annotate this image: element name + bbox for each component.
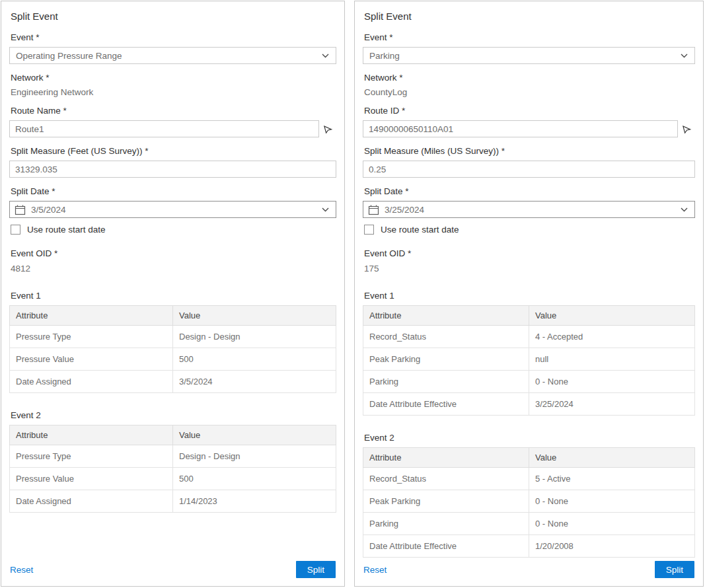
- value-cell: 1/20/2008: [529, 535, 695, 558]
- split-button[interactable]: Split: [655, 561, 694, 578]
- split-measure-input[interactable]: [363, 161, 695, 178]
- table-row: Peak Parking0 - None: [363, 490, 695, 513]
- event-label: Event *: [364, 32, 694, 42]
- attribute-cell: Peak Parking: [363, 348, 529, 371]
- reset-button[interactable]: Reset: [363, 565, 387, 575]
- value-cell: 1/14/2023: [173, 490, 336, 513]
- panel-footer: Reset Split: [10, 561, 336, 578]
- calendar-icon: [368, 204, 379, 215]
- split-date-label: Split Date *: [11, 186, 335, 196]
- attribute-cell: Date Attribute Effective: [363, 535, 529, 558]
- attribute-cell: Peak Parking: [363, 490, 529, 513]
- attribute-cell: Pressure Value: [10, 348, 173, 371]
- value-cell: 500: [173, 468, 336, 490]
- header-row: AttributeValue: [10, 306, 336, 326]
- network-value: Engineering Network: [11, 87, 335, 97]
- calendar-icon: [15, 204, 26, 215]
- table-row: Record_Status5 - Active: [363, 468, 695, 490]
- header-row: AttributeValue: [363, 306, 695, 326]
- event-2-table: AttributeValueRecord_Status5 - ActivePea…: [363, 447, 695, 558]
- table-row: Parking0 - None: [363, 513, 695, 535]
- table-row: Pressure Value500: [10, 468, 336, 490]
- header-row: AttributeValue: [363, 448, 695, 468]
- table-row: Peak Parkingnull: [363, 348, 695, 371]
- select-route-button[interactable]: [319, 120, 336, 137]
- column-header: Attribute: [10, 306, 173, 326]
- attribute-cell: Record_Status: [363, 468, 529, 490]
- event-label: Event *: [11, 32, 335, 42]
- value-cell: Design - Design: [173, 326, 336, 348]
- event-1-table: AttributeValuePressure TypeDesign - Desi…: [9, 305, 336, 393]
- table-row: Pressure TypeDesign - Design: [10, 445, 336, 468]
- event-1-caption: Event 1: [364, 291, 694, 301]
- reset-button[interactable]: Reset: [10, 565, 33, 575]
- split-measure-input[interactable]: [9, 161, 336, 178]
- split-date-picker[interactable]: 3/25/2024: [363, 201, 695, 218]
- event-select-value: Parking: [369, 51, 400, 61]
- attribute-cell: Pressure Value: [10, 468, 173, 490]
- header-row: AttributeValue: [10, 425, 336, 445]
- use-route-start-date-checkbox[interactable]: [11, 225, 20, 235]
- event-2-caption: Event 2: [11, 410, 335, 420]
- panel-footer: Reset Split: [363, 561, 694, 578]
- attribute-cell: Record_Status: [363, 326, 529, 348]
- route-row: [363, 120, 695, 137]
- network-label: Network *: [11, 73, 335, 83]
- network-value: CountyLog: [364, 87, 694, 97]
- event-oid-value: 4812: [11, 264, 335, 274]
- column-header: Value: [529, 448, 695, 468]
- value-cell: 500: [173, 348, 336, 371]
- route-input[interactable]: [363, 120, 678, 137]
- value-cell: null: [529, 348, 695, 371]
- use-route-start-date-checkbox[interactable]: [364, 225, 374, 235]
- value-cell: 0 - None: [529, 371, 695, 393]
- attribute-cell: Date Assigned: [10, 371, 173, 393]
- route-row: [9, 120, 336, 137]
- select-route-button[interactable]: [678, 120, 695, 137]
- value-cell: 0 - None: [529, 513, 695, 535]
- attribute-cell: Pressure Type: [10, 326, 173, 348]
- event-select-value: Operating Pressure Range: [16, 51, 122, 61]
- event-1-caption: Event 1: [11, 291, 335, 301]
- event-select[interactable]: Operating Pressure Range: [9, 47, 336, 64]
- panel-title: Split Event: [364, 11, 695, 22]
- event-oid-value: 175: [364, 264, 694, 274]
- value-cell: 5 - Active: [529, 468, 695, 490]
- attribute-cell: Date Attribute Effective: [363, 393, 529, 416]
- attribute-cell: Pressure Type: [10, 445, 173, 468]
- route-label: Route Name *: [11, 106, 335, 116]
- column-header: Attribute: [363, 448, 529, 468]
- panel-title: Split Event: [11, 11, 336, 22]
- split-measure-label: Split Measure (Feet (US Survey)) *: [11, 146, 335, 156]
- value-cell: 3/25/2024: [529, 393, 695, 416]
- value-cell: 3/5/2024: [173, 371, 336, 393]
- value-cell: 0 - None: [529, 490, 695, 513]
- table-row: Parking0 - None: [363, 371, 695, 393]
- route-input[interactable]: [9, 120, 319, 137]
- attribute-cell: Parking: [363, 513, 529, 535]
- split-event-panel-left: Split Event Event * Operating Pressure R…: [1, 1, 345, 587]
- column-header: Value: [173, 306, 336, 326]
- split-date-picker[interactable]: 3/5/2024: [9, 201, 336, 218]
- split-event-panel-right: Split Event Event * Parking Network * Co…: [354, 1, 704, 587]
- table-row: Record_Status4 - Accepted: [363, 326, 695, 348]
- select-pointer-icon: [682, 124, 692, 134]
- split-button[interactable]: Split: [296, 561, 336, 578]
- column-header: Value: [529, 306, 695, 326]
- split-date-value: 3/5/2024: [31, 205, 322, 215]
- table-row: Date Assigned3/5/2024: [10, 371, 336, 393]
- table-row: Date Assigned1/14/2023: [10, 490, 336, 513]
- event-2-caption: Event 2: [364, 433, 694, 443]
- event-oid-label: Event OID *: [364, 248, 694, 258]
- event-select[interactable]: Parking: [363, 47, 695, 64]
- split-measure-label: Split Measure (Miles (US Survey)) *: [364, 146, 694, 156]
- column-header: Value: [173, 425, 336, 445]
- attribute-cell: Date Assigned: [10, 490, 173, 513]
- table-row: Pressure Value500: [10, 348, 336, 371]
- use-route-start-date-label: Use route start date: [381, 225, 459, 235]
- network-label: Network *: [364, 73, 694, 83]
- table-row: Date Attribute Effective3/25/2024: [363, 393, 695, 416]
- split-date-label: Split Date *: [364, 186, 694, 196]
- use-route-start-date-row: Use route start date: [364, 225, 694, 235]
- event-1-table: AttributeValueRecord_Status4 - AcceptedP…: [363, 305, 695, 416]
